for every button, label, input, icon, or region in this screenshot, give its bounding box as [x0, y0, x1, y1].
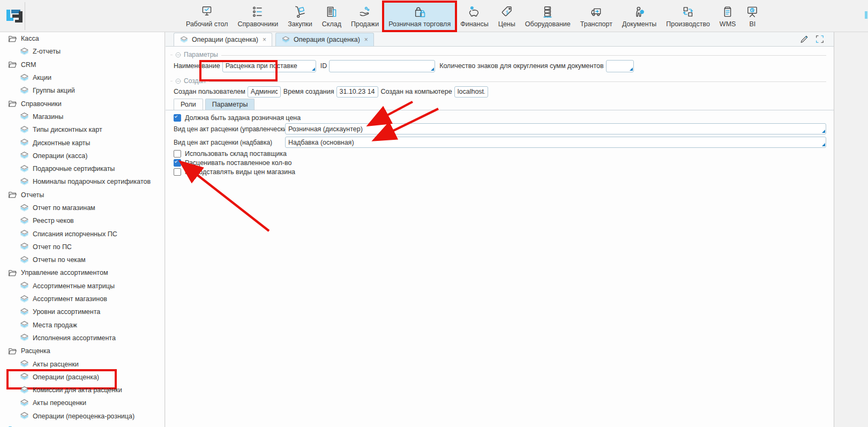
toolbar-item-label: BI	[750, 20, 756, 28]
subtab-params[interactable]: Параметры	[205, 99, 255, 110]
sidebar-folder[interactable]: Расценка	[0, 344, 164, 357]
folder-icon	[8, 268, 18, 278]
field-input[interactable]	[454, 86, 488, 98]
toolbar-item-label: Цены	[498, 20, 515, 28]
toolbar-item-12[interactable]: Производство	[661, 1, 715, 31]
app-window: Рабочий столСправочникиЗакупкиСкладПрода…	[0, 0, 868, 427]
sidebar-item[interactable]: Отчеты по чекам	[0, 253, 164, 266]
sidebar-item[interactable]: Отчет по ПС	[0, 241, 164, 253]
sidebar-item[interactable]: Z-отчеты	[0, 45, 164, 58]
document-tab[interactable]: Операции (расценка)×	[174, 33, 272, 46]
option-checkbox-row[interactable]: Должна быть задана розничная цена	[174, 113, 826, 122]
option-checkbox-row[interactable]: Не подставлять виды цен магазина	[174, 167, 826, 176]
sidebar-item[interactable]: Уровни ассортимента	[0, 305, 164, 318]
sidebar-item[interactable]: Номиналы подарочных сертификатов	[0, 175, 164, 188]
sidebar-folder[interactable]: Управление ассортиментом	[0, 266, 164, 279]
sidebar-item[interactable]: Магазины	[0, 110, 164, 123]
toolbar-item-10[interactable]: Транспорт	[575, 1, 617, 31]
sidebar-item[interactable]: Комиссии для акта расценки	[0, 384, 164, 396]
toolbar-item-7[interactable]: Финансы	[455, 1, 493, 31]
option-checkbox-row[interactable]: Использовать склад поставщика	[174, 149, 826, 158]
sidebar-item[interactable]: Списания испорченных ПС	[0, 227, 164, 240]
hand-coins-icon	[358, 5, 372, 19]
layers-icon	[19, 164, 29, 174]
server-icon	[541, 5, 555, 19]
tab-close-icon[interactable]: ×	[364, 36, 368, 43]
folder-icon	[8, 346, 18, 356]
sidebar-item[interactable]: Подарочные сертификаты	[0, 162, 164, 175]
field-label: Создан пользователем	[174, 88, 245, 95]
checkbox[interactable]	[174, 159, 181, 167]
option-checkbox-row[interactable]: Расценивать поставленное кол-во	[174, 158, 826, 167]
toolbar-divider	[25, 2, 25, 30]
subtab-roles[interactable]: Роли	[174, 99, 203, 110]
toolbar-item-1[interactable]: Рабочий стол	[181, 1, 233, 31]
toolbar-item-14[interactable]: BI	[740, 1, 764, 31]
toolbar-item-2[interactable]: Справочники	[233, 1, 283, 31]
sidebar-item[interactable]: Акты переоценки	[0, 396, 164, 409]
sidebar-folder[interactable]: Справочники	[0, 97, 164, 110]
collapse-icon[interactable]	[175, 78, 182, 85]
pencil-button[interactable]	[799, 34, 810, 44]
toolbar-item-8[interactable]: $Цены	[493, 1, 520, 31]
sidebar-item[interactable]: Дисконтные карты	[0, 136, 164, 149]
layers-icon	[19, 242, 29, 252]
params-fields-row: НаименованиеIDКоличество знаков для окру…	[174, 59, 826, 73]
toolbar-item-13[interactable]: WMS	[715, 1, 741, 31]
layers-icon	[179, 35, 189, 44]
expand-icon	[814, 34, 825, 44]
operation-editor: Параметры НаименованиеIDКоличество знако…	[166, 51, 834, 427]
layers-icon	[19, 216, 29, 226]
toolbar-item-9[interactable]: Оборудование	[520, 1, 575, 31]
sidebar-item[interactable]: Акции	[0, 71, 164, 84]
field-input[interactable]	[329, 60, 435, 72]
sidebar-item-label: Списания испорченных ПС	[33, 230, 117, 238]
toolbar-item-3[interactable]: Закупки	[283, 1, 317, 31]
checkbox[interactable]	[174, 114, 181, 122]
select-input[interactable]	[285, 123, 826, 134]
field-input[interactable]	[336, 86, 378, 98]
app-logo[interactable]	[4, 6, 25, 26]
toolbar-item-11[interactable]: Документы	[617, 1, 661, 31]
layers-icon	[19, 372, 29, 382]
sidebar-item[interactable]: Ассортимент магазинов	[0, 293, 164, 305]
field-input[interactable]	[222, 60, 316, 72]
field-label: ID	[320, 62, 327, 70]
sidebar-folder[interactable]	[0, 423, 164, 427]
sidebar-folder[interactable]: CRM	[0, 58, 164, 71]
expand-button[interactable]	[814, 34, 825, 44]
sidebar-item[interactable]: Операции (переоценка-розница)	[0, 410, 164, 423]
document-tab[interactable]: Операция (расценка)×	[275, 33, 374, 46]
toolbar-item-4[interactable]: Склад	[317, 1, 346, 31]
field-input[interactable]	[606, 60, 634, 72]
sidebar-item[interactable]: Акты расценки	[0, 357, 164, 370]
sidebar-item[interactable]: Места продаж	[0, 319, 164, 332]
list-icon	[251, 5, 265, 19]
sidebar-item[interactable]: Операции (касса)	[0, 149, 164, 162]
form-field: Количество знаков для округления сумм до…	[439, 60, 633, 72]
sidebar-folder[interactable]: Касса	[0, 32, 164, 45]
pencil-icon	[799, 34, 810, 44]
sidebar-item-label: Ассортиментные матрицы	[33, 282, 115, 290]
sidebar-item[interactable]: Исполнения ассортимента	[0, 332, 164, 344]
collapse-icon[interactable]	[175, 51, 182, 58]
toolbar-item-label: Оборудование	[525, 20, 571, 28]
sidebar-item[interactable]: Типы дисконтных карт	[0, 123, 164, 136]
select-input[interactable]	[285, 137, 826, 148]
field-label: Наименование	[174, 62, 220, 70]
sidebar-item[interactable]: Реестр чеков	[0, 214, 164, 227]
sidebar-item[interactable]: Группы акций	[0, 84, 164, 97]
toolbar-item-6[interactable]: Розничная торговля	[384, 1, 455, 31]
toolbar-item-5[interactable]: Продажи	[346, 1, 384, 31]
sidebar-item[interactable]: Ассортиментные матрицы	[0, 280, 164, 293]
field-input[interactable]	[248, 86, 281, 98]
document-icon	[721, 5, 735, 19]
sidebar-folder[interactable]: Отчеты	[0, 189, 164, 201]
checkbox[interactable]	[174, 168, 181, 176]
sidebar-item-label: Касса	[21, 35, 39, 42]
sidebar-item[interactable]: Отчет по магазинам	[0, 201, 164, 214]
checkbox[interactable]	[174, 150, 181, 158]
checkbox-label: Не подставлять виды цен магазина	[185, 168, 295, 176]
sidebar-item[interactable]: Операции (расценка)	[0, 371, 164, 384]
tab-close-icon[interactable]: ×	[263, 36, 266, 43]
